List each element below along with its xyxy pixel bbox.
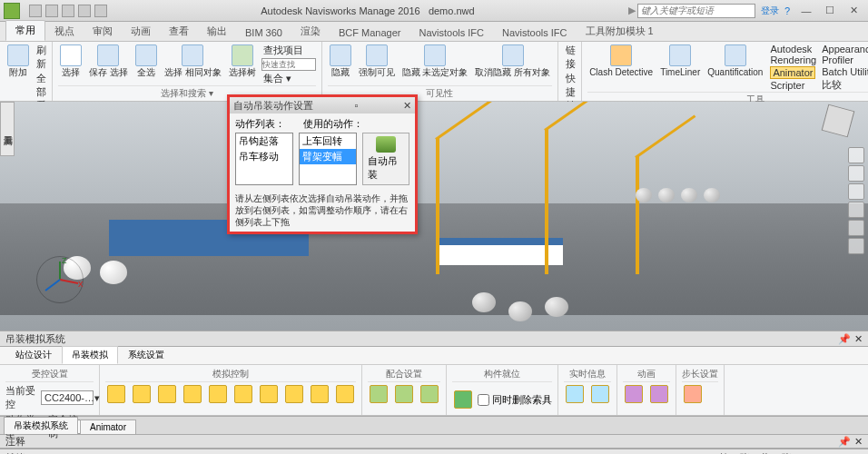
dialog-close-icon[interactable]: ✕: [403, 100, 411, 112]
clash-detective-button[interactable]: Clash Detective: [587, 44, 655, 78]
ribbon-tab-addons[interactable]: 工具附加模块 1: [577, 22, 663, 41]
sim-btn-2[interactable]: [131, 384, 153, 404]
quantification-button[interactable]: Quantification: [705, 44, 764, 78]
ribbon-tab-bim360[interactable]: BIM 360: [236, 25, 291, 41]
ribbon-tab-view[interactable]: 查看: [160, 22, 198, 41]
comment-close-icon[interactable]: ✕: [854, 436, 863, 448]
select-same-button[interactable]: 选择 相同对象: [163, 44, 223, 78]
quick-find-input[interactable]: [261, 58, 316, 71]
dock-tab-animator[interactable]: Animator: [80, 419, 136, 434]
realtime-btn-1[interactable]: [564, 384, 586, 404]
subtab-simulation[interactable]: 吊装模拟: [62, 346, 118, 364]
select-button[interactable]: 选择: [58, 44, 84, 78]
ribbon-tab-navistools2[interactable]: Navistools IFC: [493, 25, 577, 41]
dialog-titlebar[interactable]: 自动吊装动作设置 ▫ ✕: [230, 97, 415, 114]
panel-close-icon[interactable]: ✕: [854, 333, 863, 345]
list-item[interactable]: 上车回转: [300, 133, 356, 149]
unhide-all-button[interactable]: 取消隐藏 所有对象: [473, 44, 552, 78]
ribbon-tab-home[interactable]: 常用: [5, 20, 45, 41]
autodesk-rendering-button[interactable]: Autodesk Rendering: [768, 44, 816, 65]
subtab-station[interactable]: 站位设计: [5, 346, 62, 364]
compare-button[interactable]: 比较: [820, 78, 868, 92]
find-items-button[interactable]: 查找项目: [261, 44, 316, 57]
list-item[interactable]: 吊车移动: [236, 149, 292, 164]
anim-btn-1[interactable]: [623, 384, 645, 404]
panel-pin-icon[interactable]: 📌: [838, 333, 851, 345]
timeliner-button[interactable]: TimeLiner: [658, 44, 702, 78]
login-link[interactable]: 登录: [761, 5, 779, 17]
config-btn-3[interactable]: [419, 384, 440, 404]
comment-pin-icon[interactable]: 📌: [838, 436, 851, 448]
action-list-left[interactable]: 吊钩起落 吊车移动: [235, 133, 293, 185]
ribbon-tab-output[interactable]: 输出: [198, 22, 236, 41]
nav-wheel-icon[interactable]: [848, 147, 864, 163]
svg-text:z: z: [62, 256, 67, 265]
ribbon-tab-render[interactable]: 渲染: [291, 22, 330, 41]
tank-model: [636, 188, 652, 202]
action-list-right[interactable]: 上车回转 臂架变幅: [299, 133, 357, 185]
current-control-row: 当前受控 CC2400-…▾: [5, 384, 94, 411]
dialog-pin-icon[interactable]: ▫: [355, 100, 359, 111]
qat-open-icon[interactable]: [29, 5, 42, 17]
dock-tab-lift[interactable]: 吊装模拟系统: [4, 417, 78, 434]
selection-tree-button[interactable]: 选择树: [227, 44, 258, 78]
config-btn-2[interactable]: [393, 384, 415, 404]
auto-lift-button[interactable]: 自动吊装: [362, 133, 409, 185]
hide-button[interactable]: 隐藏: [328, 44, 353, 78]
qat-undo-icon[interactable]: [62, 5, 74, 17]
list-item[interactable]: 吊钩起落: [236, 133, 292, 149]
config-btn-1[interactable]: [368, 384, 390, 404]
ribbon-tab-viewpoint[interactable]: 视点: [45, 22, 84, 41]
batch-utility-button[interactable]: Batch Utility: [820, 66, 868, 77]
pan-icon[interactable]: [848, 165, 864, 182]
sim-btn-4[interactable]: [182, 384, 203, 404]
3d-viewport[interactable]: 测量工具 z x: [0, 102, 868, 331]
sim-btn-10[interactable]: [334, 384, 356, 404]
sim-btn-6[interactable]: [232, 384, 254, 404]
zoom-icon[interactable]: [848, 183, 864, 200]
sim-btn-8[interactable]: [283, 384, 305, 404]
select-all-button[interactable]: 全选: [133, 44, 159, 78]
ribbon-tab-bcf[interactable]: BCF Manager: [330, 25, 409, 41]
walk-icon[interactable]: [848, 238, 864, 254]
ribbon-tab-review[interactable]: 审阅: [84, 22, 122, 41]
refresh-button[interactable]: 刷新: [35, 44, 46, 71]
ribbon-tab-animation[interactable]: 动画: [122, 22, 160, 41]
sim-btn-5[interactable]: [207, 384, 229, 404]
ribbon-tab-navistools1[interactable]: Navistools IFC: [409, 25, 493, 41]
maximize-button[interactable]: ☐: [819, 4, 841, 18]
help-icon[interactable]: ?: [784, 5, 790, 16]
viewcube[interactable]: [824, 107, 861, 143]
qat-save-icon[interactable]: [45, 5, 58, 17]
look-icon[interactable]: [848, 220, 864, 236]
sim-btn-3[interactable]: [156, 384, 178, 404]
require-button[interactable]: 强制可见: [357, 44, 397, 78]
save-selection-button[interactable]: 保存 选择: [87, 44, 130, 78]
realtime-btn-2[interactable]: [589, 384, 611, 404]
measure-panel-tab[interactable]: 测量工具: [0, 102, 15, 156]
append-button[interactable]: 附加: [5, 44, 31, 78]
orbit-icon[interactable]: [848, 202, 864, 218]
sim-btn-9[interactable]: [309, 384, 330, 404]
animator-button[interactable]: Animator: [768, 66, 816, 79]
sim-btn-1[interactable]: [105, 384, 127, 404]
list-item-selected[interactable]: 臂架变幅: [300, 149, 356, 164]
sim-btn-7[interactable]: [258, 384, 280, 404]
scripter-button[interactable]: Scripter: [768, 80, 816, 91]
links-button[interactable]: 链接: [564, 44, 576, 71]
anim-btn-2[interactable]: [648, 384, 670, 404]
hide-unselected-button[interactable]: 隐藏 未选定对象: [400, 44, 470, 78]
qat-print-icon[interactable]: [94, 5, 107, 17]
close-button[interactable]: ✕: [843, 4, 864, 18]
delete-rigging-checkbox[interactable]: 同时删除索具: [478, 393, 552, 407]
qat-redo-icon[interactable]: [78, 5, 91, 17]
member-play-button[interactable]: [452, 390, 474, 410]
tank-model: [681, 188, 697, 202]
sets-button[interactable]: 集合 ▾: [261, 72, 316, 85]
current-control-dropdown[interactable]: CC2400-…▾: [41, 390, 94, 405]
help-search-input[interactable]: [637, 4, 755, 18]
subtab-settings[interactable]: 系统设置: [118, 346, 174, 364]
appearance-profiler-button[interactable]: Appearance Profiler: [820, 44, 868, 65]
step-btn[interactable]: [682, 384, 704, 404]
minimize-button[interactable]: —: [795, 4, 817, 18]
